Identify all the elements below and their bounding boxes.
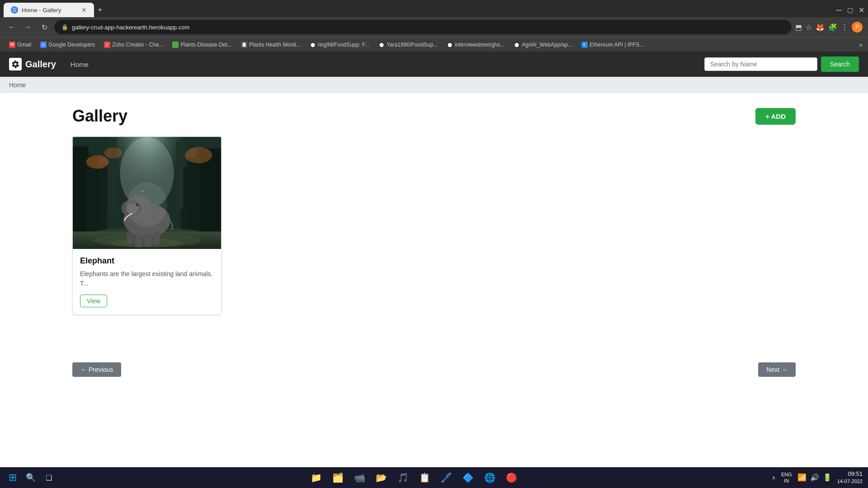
tab-bar: G Home - Gallery ✕ + ─ ▢ ✕ <box>0 0 868 17</box>
address-actions: ⬒ ☆ 🦊 🧩 ⋮ P <box>795 22 863 33</box>
close-btn[interactable]: ✕ <box>859 6 864 14</box>
bookmark-ethereum[interactable]: E Ethereum API | IPFS... <box>578 40 648 49</box>
url-text: gallery-crud-app-hackerearth.herokuapp.c… <box>72 24 189 31</box>
bookmark-plants-health-label: Plants Health Monit... <box>249 42 301 48</box>
address-bar-row: ← → ↻ 🔒 gallery-crud-app-hackerearth.her… <box>0 17 868 37</box>
bookmark-interviewstreet-label: interviewstreet/ghs... <box>455 42 505 48</box>
bookmark-interviewstreet[interactable]: ⬤ interviewstreet/ghs... <box>443 40 508 49</box>
bookmark-plants-health[interactable]: 📋 Plants Health Monit... <box>237 40 304 49</box>
app-brand: Gallery <box>9 58 56 70</box>
svg-point-30 <box>151 184 152 185</box>
svg-point-31 <box>135 195 136 196</box>
app-navbar: Gallery Home Search <box>0 52 868 77</box>
new-tab-button[interactable]: + <box>94 4 106 17</box>
bookmarks-bar: M Gmail G Google Developers Z Zoho Creat… <box>0 37 868 52</box>
bookmark-zoho[interactable]: Z Zoho Creator - Che... <box>100 40 167 49</box>
minimize-btn[interactable]: ─ <box>836 5 842 15</box>
card-image-elephant <box>73 137 221 249</box>
navbar-search: Search <box>704 56 859 72</box>
gallery-header: Gallery + ADD <box>72 107 796 126</box>
pagination-bar: ← Previous Next → <box>0 355 868 384</box>
camera-icon <box>9 58 22 70</box>
svg-rect-3 <box>73 146 89 245</box>
search-input[interactable] <box>704 57 817 71</box>
bookmark-risg[interactable]: ⬤ risg99/FoodSupp: F... <box>306 40 373 49</box>
forward-button[interactable]: → <box>22 21 34 33</box>
card-body-elephant: Elephant Elephants are the largest exist… <box>73 249 221 314</box>
extensions-icon[interactable]: 🧩 <box>828 23 837 32</box>
bookmark-ethereum-label: Ethereum API | IPFS... <box>590 42 644 48</box>
tab-close-btn[interactable]: ✕ <box>81 6 87 14</box>
card-description-elephant: Elephants are the largest existing land … <box>80 269 214 288</box>
svg-point-32 <box>157 188 159 190</box>
cast-icon[interactable]: ⬒ <box>795 23 802 32</box>
breadcrumb-home[interactable]: Home <box>9 81 26 89</box>
svg-point-29 <box>142 191 143 192</box>
breadcrumb: Home <box>0 77 868 93</box>
maximize-btn[interactable]: ▢ <box>847 6 853 14</box>
settings-icon[interactable]: ⋮ <box>841 23 848 32</box>
bookmark-yara-label: Yara1990/FoodSup... <box>387 42 438 48</box>
svg-point-13 <box>104 148 123 159</box>
card-title-elephant: Elephant <box>80 256 214 266</box>
extension-icon[interactable]: 🦊 <box>816 23 825 32</box>
home-nav-link[interactable]: Home <box>65 57 94 72</box>
svg-point-11 <box>86 155 109 169</box>
svg-rect-27 <box>127 232 134 244</box>
bookmark-gmail-label: Gmail <box>17 42 31 48</box>
bookmark-zoho-label: Zoho Creator - Che... <box>112 42 163 48</box>
svg-rect-26 <box>153 231 160 245</box>
view-button-elephant[interactable]: View <box>80 295 107 307</box>
card-grid: Elephant Elephants are the largest exist… <box>72 136 796 315</box>
app-wrapper: Gallery Home Search Home Gallery + ADD <box>0 52 868 467</box>
next-button[interactable]: Next → <box>758 362 796 377</box>
bookmark-plants-disease[interactable]: 🌿 Plants-Disease-Det... <box>169 40 235 49</box>
svg-rect-24 <box>135 234 143 247</box>
add-button[interactable]: + ADD <box>755 108 796 125</box>
svg-point-12 <box>185 147 212 164</box>
bookmark-yara[interactable]: ⬤ Yara1990/FoodSup... <box>375 40 441 49</box>
bookmark-agriai[interactable]: ⬤ AgriAI_WebApp/ap... <box>510 40 576 49</box>
lock-icon: 🔒 <box>61 24 68 30</box>
back-button[interactable]: ← <box>5 21 18 33</box>
browser-chrome: G Home - Gallery ✕ + ─ ▢ ✕ ← → ↻ 🔒 galle… <box>0 0 868 52</box>
bookmark-google-dev-label: Google Developers <box>48 42 95 48</box>
gallery-title: Gallery <box>72 107 127 126</box>
svg-rect-10 <box>176 142 184 209</box>
active-tab[interactable]: G Home - Gallery ✕ <box>4 3 94 17</box>
bookmark-gmail[interactable]: M Gmail <box>5 40 35 49</box>
bookmark-icon[interactable]: ☆ <box>806 23 812 32</box>
gallery-card-elephant: Elephant Elephants are the largest exist… <box>72 136 222 315</box>
tab-title: Home - Gallery <box>22 7 61 14</box>
main-content: Gallery + ADD <box>0 93 868 355</box>
bookmark-google-dev[interactable]: G Google Developers <box>37 40 99 49</box>
bookmark-plants-disease-label: Plants-Disease-Det... <box>180 42 231 48</box>
search-button[interactable]: Search <box>821 56 859 72</box>
bookmarks-more-icon[interactable]: » <box>859 41 863 48</box>
address-bar[interactable]: 🔒 gallery-crud-app-hackerearth.herokuapp… <box>54 20 792 34</box>
previous-button[interactable]: ← Previous <box>72 362 121 377</box>
window-controls: ─ ▢ ✕ <box>836 5 864 15</box>
bookmark-agriai-label: AgriAI_WebApp/ap... <box>522 42 572 48</box>
brand-name: Gallery <box>25 59 56 70</box>
svg-rect-25 <box>144 234 152 246</box>
refresh-button[interactable]: ↻ <box>38 21 51 33</box>
bookmark-risg-label: risg99/FoodSupp: F... <box>318 42 369 48</box>
profile-avatar[interactable]: P <box>852 22 863 33</box>
svg-point-28 <box>127 182 167 227</box>
